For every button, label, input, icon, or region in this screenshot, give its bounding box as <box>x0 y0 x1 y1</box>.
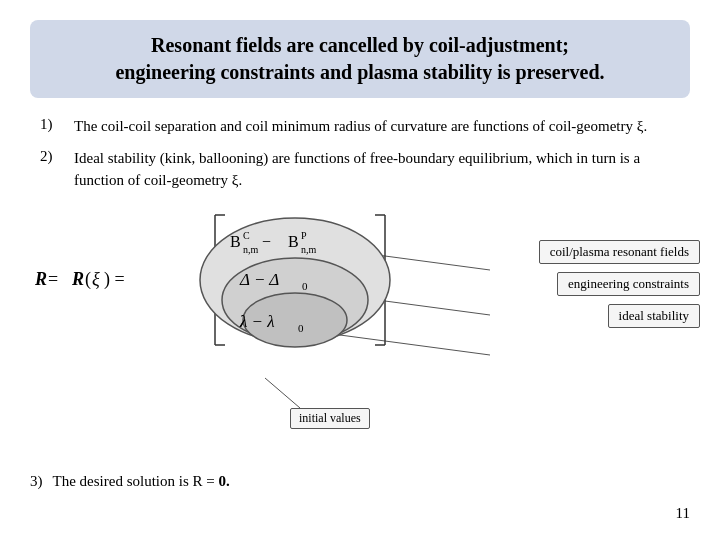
content-area: 1) The coil-coil separation and coil min… <box>30 116 690 197</box>
svg-text:P: P <box>301 230 307 241</box>
svg-text:n,m: n,m <box>301 244 317 255</box>
svg-text:ξ: ξ <box>92 269 100 289</box>
svg-text:Δ − Δ: Δ − Δ <box>239 270 279 289</box>
label-initial-values: initial values <box>290 408 370 429</box>
svg-text:−: − <box>262 233 271 250</box>
svg-text:0: 0 <box>298 322 304 334</box>
list-text-2: Ideal stability (kink, ballooning) are f… <box>74 148 680 192</box>
list-item-3: 3) The desired solution is R = 0. <box>30 473 230 490</box>
svg-text:R: R <box>34 269 47 289</box>
title-box: Resonant fields are cancelled by coil-ad… <box>30 20 690 98</box>
svg-text:R: R <box>71 269 84 289</box>
list-number-2: 2) <box>40 148 64 165</box>
list-number-1: 1) <box>40 116 64 133</box>
svg-text:λ − λ: λ − λ <box>239 312 275 331</box>
diagram-svg: B C n,m − B P n,m Δ − Δ 0 λ − λ 0 Δ − Δ … <box>30 195 510 425</box>
labels-area: coil/plasma resonant fields engineering … <box>539 240 700 328</box>
list-text-3: The desired solution is R = 0. <box>53 473 230 490</box>
title-text: Resonant fields are cancelled by coil-ad… <box>50 32 670 86</box>
svg-text:C: C <box>243 230 250 241</box>
title-line1: Resonant fields are cancelled by coil-ad… <box>151 34 569 56</box>
svg-text:B: B <box>288 233 299 250</box>
page-number: 11 <box>676 505 690 522</box>
list-item-2: 2) Ideal stability (kink, ballooning) ar… <box>30 148 690 192</box>
label-ideal-stability: ideal stability <box>608 304 700 328</box>
svg-text:) =: ) = <box>104 269 125 290</box>
svg-text:0: 0 <box>302 280 308 292</box>
slide: Resonant fields are cancelled by coil-ad… <box>0 0 720 540</box>
label-coil-plasma: coil/plasma resonant fields <box>539 240 700 264</box>
title-line2: engineering constraints and plasma stabi… <box>115 61 604 83</box>
svg-text:=: = <box>48 269 58 289</box>
list-text-1: The coil-coil separation and coil minimu… <box>74 116 647 138</box>
svg-text:(: ( <box>85 269 91 290</box>
label-engineering: engineering constraints <box>557 272 700 296</box>
svg-text:n,m: n,m <box>243 244 259 255</box>
svg-text:B: B <box>230 233 241 250</box>
list-number-3: 3) <box>30 473 43 490</box>
list-item-1: 1) The coil-coil separation and coil min… <box>30 116 690 138</box>
